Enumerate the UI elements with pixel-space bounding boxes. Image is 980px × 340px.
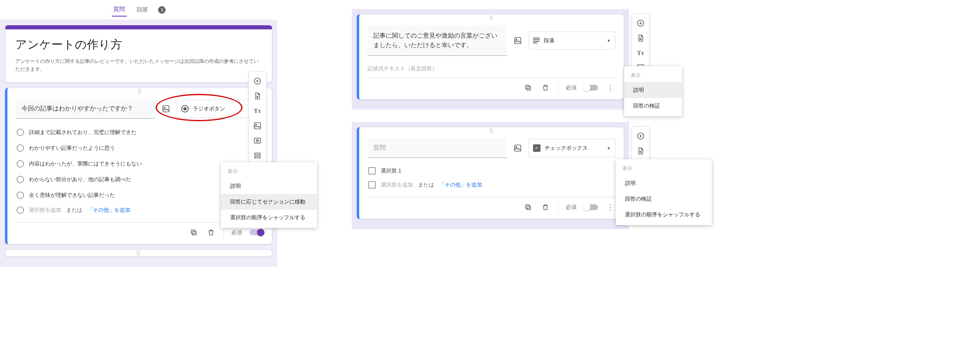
question-title-input[interactable]: 今回の記事はわかりやすかったですか？ [16,99,155,119]
required-label: 必須 [566,84,576,91]
drag-handle-icon[interactable]: ⠿ [359,127,624,135]
menu-header: 表示 [616,162,712,175]
option-text-input[interactable]: わかりやすい記事だったように思う [29,144,248,152]
add-option-link[interactable]: 選択肢を追加 [381,181,413,189]
svg-rect-12 [527,86,531,90]
form-title[interactable]: アンケートの作り方 [15,37,262,53]
delete-icon[interactable] [540,202,550,212]
svg-point-1 [164,108,165,109]
question-card-checkbox[interactable]: ⠿ 質問 ✓ チェックボックス ▼ 選択肢 1 [357,127,624,219]
required-label: 必須 [566,204,576,211]
option-row[interactable]: 選択肢 1 [368,164,615,178]
form-tabs: 質問 回答 3 [0,0,277,20]
option-text-input[interactable]: 選択肢 1 [381,167,615,175]
menu-item-validation[interactable]: 回答の検証 [624,98,682,114]
drag-handle-icon[interactable]: ⠿ [359,14,624,22]
option-text-input[interactable]: 詳細まで記載されており、完璧に理解できた [29,129,248,136]
add-option-row[interactable]: 選択肢を追加 または 「その他」を追加 [368,178,615,192]
more-icon[interactable]: ⋮ [605,83,615,93]
add-section-icon[interactable] [250,149,264,162]
question-type-label: チェックボックス [545,144,588,152]
option-text-input[interactable]: わからない部分があり、他の記事も調べた [29,176,248,183]
svg-rect-13 [526,85,529,89]
image-icon[interactable] [512,142,524,154]
menu-item-shuffle[interactable]: 選択肢の順序をシャッフルする [221,210,317,225]
svg-rect-20 [526,205,529,208]
svg-rect-2 [192,231,196,235]
radio-icon [17,144,24,152]
add-question-icon[interactable] [634,17,648,29]
menu-item-validation[interactable]: 回答の検証 [616,191,712,207]
menu-item-go-section[interactable]: 回答に応じてセクションに移動 [221,194,317,210]
menu-item-description[interactable]: 説明 [616,175,712,191]
option-row[interactable]: 詳細まで記載されており、完璧に理解できた ✕ [16,125,264,140]
add-option-link[interactable]: 選択肢を追加 [29,206,61,214]
svg-point-18 [516,146,517,148]
svg-rect-19 [527,206,531,210]
or-label: または [418,181,434,189]
required-toggle[interactable] [584,204,598,210]
svg-point-6 [255,124,257,125]
svg-point-11 [516,39,517,40]
add-question-icon[interactable] [250,75,264,87]
delete-icon[interactable] [206,227,216,237]
next-card-stub[interactable]: ⠿ [5,249,272,257]
more-icon[interactable]: ⋮ [605,202,615,212]
import-questions-icon[interactable] [634,145,648,157]
svg-rect-8 [255,153,260,155]
import-questions-icon[interactable] [250,90,264,102]
radio-icon [17,129,24,136]
add-title-icon[interactable]: Tт [634,47,648,59]
svg-rect-17 [515,145,521,151]
option-text-input[interactable]: 内容はわかったが、実際にはできそうにもない [29,160,248,168]
svg-rect-3 [191,230,195,234]
delete-icon[interactable] [540,83,550,93]
image-icon[interactable] [512,35,524,46]
question-title-input[interactable]: 記事に関してのご意見や激励の言葉がございましたら、いただけると幸いです。 [368,25,507,56]
tab-questions[interactable]: 質問 [112,3,127,17]
question-type-label: 段落 [544,37,555,44]
add-question-icon[interactable] [634,130,648,142]
svg-rect-0 [163,106,169,112]
menu-item-shuffle[interactable]: 選択肢の順序をシャッフルする [616,207,712,223]
duplicate-icon[interactable] [523,202,533,212]
import-questions-icon[interactable] [634,32,648,44]
radio-icon [17,176,24,183]
duplicate-icon[interactable] [189,227,199,237]
menu-item-description[interactable]: 説明 [221,178,317,194]
option-text-input[interactable]: 全く意味が理解できない記事だった [29,192,248,199]
menu-item-description[interactable]: 説明 [624,82,682,98]
side-toolbar: Tт [248,71,267,165]
responses-count-badge: 3 [158,6,166,14]
add-video-icon[interactable] [250,134,264,147]
divider [558,201,558,213]
question-overflow-menu: 表示 説明 回答の検証 [624,66,682,116]
tab-responses[interactable]: 回答 [135,4,150,16]
duplicate-icon[interactable] [523,83,533,93]
question-type-select[interactable]: 段落 ▼ [528,31,615,50]
paragraph-icon [533,38,540,43]
required-toggle[interactable] [250,230,264,235]
question-title-input[interactable]: 質問 [368,138,507,158]
form-header-card[interactable]: アンケートの作り方 アンケートの作り方に関する記事のレビューです。いただいたメッ… [5,25,272,83]
radio-icon [17,192,24,199]
add-other-link[interactable]: 「その他」を追加 [439,181,482,189]
drag-handle-icon[interactable]: ⠿ [5,250,272,257]
svg-rect-10 [515,38,521,44]
add-other-link[interactable]: 「その他」を追加 [87,206,130,214]
question-overflow-menu: 表示 説明 回答に応じてセクションに移動 選択肢の順序をシャッフルする [221,162,317,228]
add-image-icon[interactable] [250,120,264,132]
or-label: または [66,206,82,214]
question-card-paragraph[interactable]: ⠿ 記事に関してのご意見や激励の言葉がございましたら、いただけると幸いです。 段… [357,14,624,100]
form-description[interactable]: アンケートの作り方に関する記事のレビューです。いただいたメッセージは次回以降の作… [15,57,262,73]
checkbox-empty-icon [368,167,376,175]
add-title-icon[interactable]: Tт [250,105,264,117]
drag-handle-icon[interactable]: ⠿ [7,88,272,96]
question-type-select[interactable]: ✓ チェックボックス ▼ [528,139,615,157]
required-toggle[interactable] [584,85,598,91]
menu-header: 表示 [624,69,682,82]
checkbox-icon: ✓ [533,144,540,152]
image-icon[interactable] [160,103,172,115]
svg-rect-5 [255,123,261,129]
option-row[interactable]: わかりやすい記事だったように思う ✕ [16,140,264,156]
